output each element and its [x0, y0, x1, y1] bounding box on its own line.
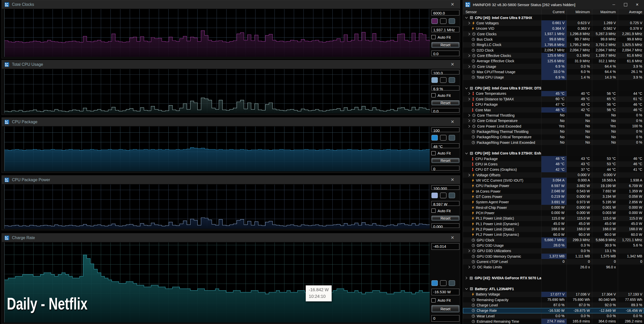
reset-button[interactable]: Reset	[431, 216, 459, 221]
scale-max-input[interactable]: 6000.0	[431, 10, 459, 16]
sensor-row[interactable]: Core Voltages0.661 V0.623 V1.269 V0.725 …	[463, 20, 644, 26]
auto-fit-option[interactable]: Auto Fit	[431, 35, 459, 39]
sensor-row[interactable]: Charge Rate-16.530 W-28.875 W-12.849 W-1…	[463, 308, 644, 313]
column-header-average[interactable]: Average	[618, 9, 644, 15]
graph-plot[interactable]	[4, 9, 430, 57]
sensor-row[interactable]: IA Cores Power2.046 W0.543 W7.692 W1.359…	[463, 189, 644, 194]
sensor-row[interactable]: GPU Clock5,686.7 MHz299.3 MHz5,686.9 MHz…	[463, 237, 644, 243]
sensor-row[interactable]: Ring/LLC Clock1,795.8 MHz1,795.2 MHz3,79…	[463, 42, 644, 48]
current-value-box[interactable]: 1,937.1 MHz	[431, 27, 459, 32]
sensor-row[interactable]: CPU IA Cores48 °C43 °C53 °C46 °C	[463, 161, 644, 167]
chevron-down-icon[interactable]	[465, 287, 468, 290]
sensor-row[interactable]: Battery Voltage17.077 V17.036 V17.304 V1…	[463, 292, 644, 297]
series-color-swatch[interactable]	[431, 193, 438, 198]
chevron-right-icon[interactable]	[468, 266, 471, 269]
scale-max-input[interactable]: 100.0	[431, 70, 459, 74]
sensor-section-row[interactable]: CPU [#0]: Intel Core Ultra 9 275HX: DTS	[463, 85, 644, 91]
chevron-down-icon[interactable]	[465, 16, 468, 19]
column-header-maximum[interactable]: Maximum	[592, 9, 618, 15]
graph-titlebar[interactable]: Charge Rate	[2, 234, 460, 242]
grid-color-swatch[interactable]	[449, 77, 455, 83]
sensor-row[interactable]: Core Distance to TjMAX60 °C49 °C65 °C61 …	[463, 96, 644, 102]
close-button[interactable]: ✕	[631, 1, 643, 8]
chevron-right-icon[interactable]	[468, 125, 471, 128]
grid-color-swatch[interactable]	[449, 18, 455, 24]
sensor-window-titlebar[interactable]: HWiNFO® 32 v8.30-5800 Sensor Status [262…	[463, 0, 644, 9]
sensor-row[interactable]: Max CPU/Thread Usage33.0 %6.0 %64.4 %26.…	[463, 69, 644, 74]
series-color-swatch[interactable]	[431, 18, 438, 24]
reset-button[interactable]: Reset	[431, 100, 459, 105]
series-color-swatch[interactable]	[431, 135, 438, 141]
grid-color-swatch[interactable]	[449, 280, 455, 286]
auto-fit-checkbox[interactable]	[431, 35, 436, 39]
sensor-row[interactable]: Bus Clock99.8 MHz99.7 MHz99.8 MHz99.8 MH…	[463, 37, 644, 42]
reset-button[interactable]: Reset	[431, 42, 459, 48]
sensor-row[interactable]: CPU Package Power8.597 W3.882 W19.199 W6…	[463, 183, 644, 189]
chevron-right-icon[interactable]	[468, 33, 471, 36]
sensor-row[interactable]: Estimated Remaining Time274.7 mins165.8 …	[463, 319, 644, 324]
sensor-row[interactable]: Voltage Offsets0.000 V0.000 V	[463, 172, 644, 178]
close-icon[interactable]: ✕	[451, 235, 454, 240]
sensor-row[interactable]: GPU D3D Memory Dynamic1,372 MB1,111 MB1,…	[463, 254, 644, 259]
chevron-right-icon[interactable]	[468, 98, 471, 101]
chevron-right-icon[interactable]	[468, 92, 471, 95]
scale-min-input[interactable]: 0	[431, 315, 459, 322]
background-color-swatch[interactable]	[440, 77, 446, 83]
sensor-row[interactable]: PL1 Power Limit (Static)115.0 W115.0 W11…	[463, 216, 644, 221]
sensor-section-row[interactable]: GPU [#2]: NVIDIA GeForce RTX 5070 Laptop	[463, 275, 644, 281]
sensor-row[interactable]: Current cTDP Level0000	[463, 259, 644, 264]
current-value-box[interactable]: 48 °C	[431, 143, 459, 148]
sensor-row[interactable]: Package/Ring Thermal ThrottlingNoNoNo0 %	[463, 129, 644, 134]
sensor-row[interactable]: Core Thermal ThrottlingNoNoNo0 %	[463, 113, 644, 118]
chevron-right-icon[interactable]	[468, 65, 471, 68]
grid-color-swatch[interactable]	[449, 135, 455, 141]
sensor-row[interactable]: Average Effective Clock125.6 MHz31.9 MHz…	[463, 58, 644, 64]
sensor-row[interactable]: PL2 Power Limit (Static)168.0 W168.0 W16…	[463, 226, 644, 232]
background-color-swatch[interactable]	[440, 280, 446, 286]
sensor-section-row[interactable]: CPU [#0]: Intel Core Ultra 9 275HX	[463, 15, 644, 20]
scale-min-input[interactable]: 0.0	[431, 108, 459, 113]
graph-plot[interactable]	[4, 127, 430, 171]
scale-min-input[interactable]: 0.0	[431, 51, 459, 56]
scale-max-input[interactable]: 100	[431, 127, 459, 132]
sensor-row[interactable]: CPU Package47 °C43 °C56 °C46 °C	[463, 102, 644, 107]
sensor-row[interactable]: Package/Ring Power Limit ExceededNoNoNo0…	[463, 140, 644, 145]
auto-fit-option[interactable]: Auto Fit	[431, 298, 459, 302]
graph-plot[interactable]	[4, 184, 430, 229]
close-icon[interactable]: ✕	[451, 62, 454, 67]
scale-max-input[interactable]: -45.014	[431, 243, 459, 250]
sensor-row[interactable]: Core Temperatures45 °C40 °C56 °C44 °C	[463, 91, 644, 96]
current-value-box[interactable]: 8.597 W	[431, 201, 459, 206]
sensor-row[interactable]: Uncore VID0.364 V0.363 V0.582 V0.378 V	[463, 26, 644, 31]
chevron-right-icon[interactable]	[468, 114, 471, 117]
minimize-button[interactable]: ─	[608, 1, 620, 8]
sensor-row[interactable]: GT Cores Power0.219 W0.000 W3.194 W0.058…	[463, 194, 644, 199]
chevron-right-icon[interactable]	[468, 249, 471, 252]
sensor-row[interactable]: D2D Clock2,094.7 MHz2,094.7 MHz2,094.7 M…	[463, 48, 644, 53]
auto-fit-checkbox[interactable]	[431, 93, 436, 97]
sensor-row[interactable]: Core Critical TemperatureNoNoNo0 %	[463, 118, 644, 124]
sensor-row[interactable]: Charge Level87.0 %87.0 %92.0 %89.3 %	[463, 302, 644, 308]
sensor-row[interactable]: Core Effective Clocks125.6 MHz0.1 MHz1,1…	[463, 53, 644, 58]
column-header-minimum[interactable]: Minimum	[567, 9, 592, 15]
close-icon[interactable]: ✕	[451, 2, 454, 7]
sensor-row[interactable]: GPU D3D Utilizations0.0 %13.1 %	[463, 248, 644, 254]
auto-fit-checkbox[interactable]	[431, 298, 436, 302]
background-color-swatch[interactable]	[440, 135, 446, 141]
sensor-section-row[interactable]: CPU [#0]: Intel Core Ultra 9 275HX: Enha…	[463, 151, 644, 156]
reset-button[interactable]: Reset	[431, 305, 459, 312]
sensor-row[interactable]: Core Max48 °C42 °C56 °C46 °C	[463, 107, 644, 113]
sensor-row[interactable]: CPU Package48 °C43 °C53 °C46 °C	[463, 156, 644, 161]
sensor-row[interactable]: Core Usage6.9 %0.0 %64.4 %3.9 %	[463, 64, 644, 69]
auto-fit-checkbox[interactable]	[431, 209, 436, 213]
scale-max-input[interactable]: 100.000	[431, 185, 459, 190]
graph-titlebar[interactable]: CPU Package	[2, 118, 460, 126]
series-color-swatch[interactable]	[431, 77, 438, 83]
graph-titlebar[interactable]: Core Clocks	[2, 0, 460, 9]
current-value-box[interactable]: 6.9 %	[431, 86, 459, 90]
auto-fit-option[interactable]: Auto Fit	[431, 151, 459, 155]
background-color-swatch[interactable]	[440, 193, 446, 198]
scale-min-input[interactable]: 0.000	[431, 223, 459, 228]
sensor-section-row[interactable]: Battery: ATL L23N4PF1	[463, 286, 644, 291]
chevron-down-icon[interactable]	[465, 87, 468, 90]
